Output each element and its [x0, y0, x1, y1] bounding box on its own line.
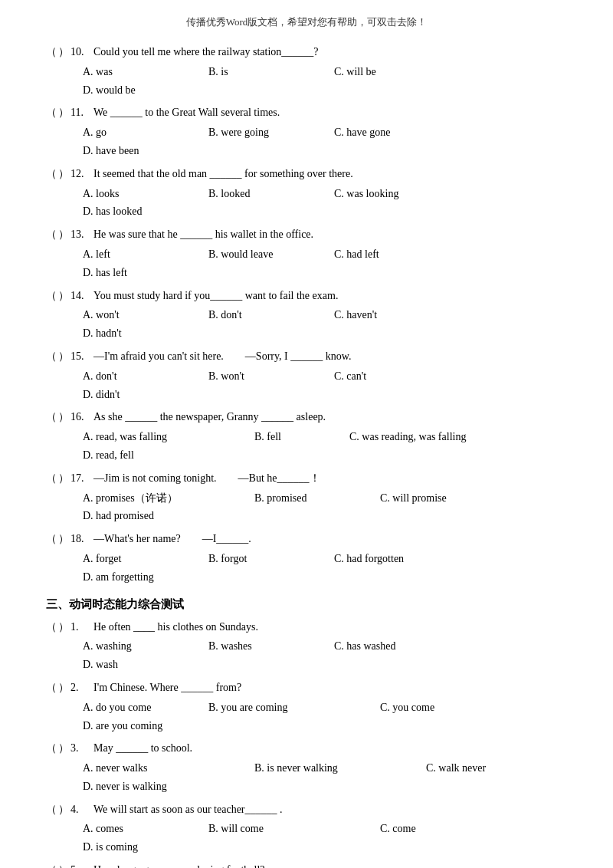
q12-options: A. looks B. looked C. was looking D. has… [83, 185, 567, 222]
q17-opt-a: A. promises（许诺） [83, 489, 251, 508]
header: 传播优秀Word版文档，希望对您有帮助，可双击去除！ [46, 15, 567, 29]
q11-opt-d: D. have been [83, 142, 205, 160]
s3q4-opt-a: A. comes [83, 820, 205, 838]
q14-opt-c: C. haven't [334, 306, 457, 324]
q13-opt-c: C. had left [334, 245, 457, 264]
s3q4-opt-c: C. come [380, 820, 503, 838]
s3q1-block: （ ） 1. He often ____ his clothes on Sund… [46, 618, 567, 674]
q10-paren: （ [46, 43, 58, 61]
s3q2-options: A. do you come B. you are coming C. you … [83, 699, 567, 735]
s3q4-block: （ ） 4. We will start as soon as our teac… [46, 801, 567, 856]
q14-paren2: ） [58, 287, 70, 305]
q18-opt-c: C. had forgotten [334, 550, 503, 568]
q10-num: 10. [70, 43, 93, 61]
q18-block: （ ） 18. —What's her name? —I______. A. f… [46, 530, 567, 586]
q12-opt-d: D. has looked [83, 202, 205, 221]
q11-paren2: ） [58, 104, 70, 122]
s3q2-num: 2. [70, 679, 93, 697]
q13-text: He was sure that he ______ his wallet in… [93, 225, 567, 244]
q15-options: A. don't B. won't C. can't D. didn't [83, 367, 567, 404]
s3q3-paren2: ） [58, 739, 70, 758]
q16-opt-b: B. fell [254, 428, 346, 446]
s3q4-opt-d: D. is coming [83, 838, 251, 856]
q12-paren2: ） [58, 165, 70, 183]
q17-opt-c: C. will promise [380, 489, 549, 508]
q16-opt-d: D. read, fell [83, 446, 205, 465]
s3q3-opt-d: D. never is walking [83, 778, 251, 796]
s3q1-paren: （ [46, 618, 58, 636]
s3q3-options: A. never walks B. is never walking C. wa… [83, 759, 567, 796]
s3q2-opt-c: C. you come [380, 699, 503, 717]
q15-paren: （ [46, 347, 58, 366]
q13-num: 13. [70, 225, 93, 244]
q12-block: （ ） 12. It seemed that the old man _____… [46, 165, 567, 221]
s3q2-paren2: ） [58, 679, 70, 697]
q14-text: You must study hard if you______ want to… [93, 287, 567, 305]
q18-opt-a: A. forget [83, 550, 205, 568]
q10-text: Could you tell me where the railway stat… [93, 43, 567, 61]
q16-opt-a: A. read, was falling [83, 428, 251, 446]
q15-opt-c: C. can't [334, 367, 457, 386]
section2-questions: （ ） 10. Could you tell me where the rail… [46, 43, 567, 587]
q16-opt-c: C. was reading, was falling [349, 428, 518, 446]
q14-opt-b: B. don't [208, 306, 331, 324]
s3q4-options: A. comes B. will come C. come D. is comi… [83, 820, 567, 856]
s3q3-num: 3. [70, 739, 93, 758]
q16-block: （ ） 16. As she ______ the newspaper, Gra… [46, 408, 567, 464]
q15-num: 15. [70, 347, 93, 366]
s3q1-text: He often ____ his clothes on Sundays. [93, 618, 567, 636]
q18-options: A. forget B. forgot C. had forgotten D. … [83, 550, 567, 587]
q14-options: A. won't B. don't C. haven't D. hadn't [83, 306, 567, 343]
q10-opt-d: D. would be [83, 81, 205, 100]
q18-num: 18. [70, 530, 93, 548]
q16-num: 16. [70, 408, 93, 426]
q14-opt-a: A. won't [83, 306, 205, 324]
s3q5-num: 5. [70, 861, 93, 868]
q11-opt-b: B. were going [208, 123, 331, 142]
q15-opt-a: A. don't [83, 367, 205, 386]
q12-paren: （ [46, 165, 58, 183]
q16-options: A. read, was falling B. fell C. was read… [83, 428, 567, 465]
q12-num: 12. [70, 165, 93, 183]
q18-paren2: ） [58, 530, 70, 548]
q16-paren2: ） [58, 408, 70, 426]
q17-text: —Jim is not coming tonight. —But he_____… [93, 469, 567, 488]
s3q1-options: A. washing B. washes C. has washed D. wa… [83, 637, 567, 674]
s3q3-opt-a: A. never walks [83, 759, 251, 778]
q15-paren2: ） [58, 347, 70, 366]
q16-text: As she ______ the newspaper, Granny ____… [93, 408, 567, 426]
q10-paren2: ） [58, 43, 70, 61]
q10-opt-a: A. was [83, 63, 205, 81]
s3q1-num: 1. [70, 618, 93, 636]
s3q3-text: May ______ to school. [93, 739, 567, 758]
s3q5-paren2: ） [58, 861, 70, 868]
s3q2-opt-b: B. you are coming [208, 699, 377, 717]
q18-paren: （ [46, 530, 58, 548]
q13-opt-d: D. has left [83, 264, 205, 282]
q10-block: （ ） 10. Could you tell me where the rail… [46, 43, 567, 99]
s3q4-text: We will start as soon as our teacher____… [93, 801, 567, 819]
q12-opt-c: C. was looking [334, 185, 457, 203]
s3q4-opt-b: B. will come [208, 820, 377, 838]
q13-paren: （ [46, 225, 58, 244]
q13-block: （ ） 13. He was sure that he ______ his w… [46, 225, 567, 281]
q17-options: A. promises（许诺） B. promised C. will prom… [83, 489, 567, 526]
s3q2-paren: （ [46, 679, 58, 697]
s3q4-paren: （ [46, 801, 58, 819]
q16-paren: （ [46, 408, 58, 426]
s3q3-opt-b: B. is never walking [254, 759, 423, 778]
q17-block: （ ） 17. —Jim is not coming tonight. —But… [46, 469, 567, 525]
q13-opt-b: B. would leave [208, 245, 331, 264]
q13-paren2: ） [58, 225, 70, 244]
s3q1-opt-b: B. washes [208, 637, 331, 656]
section3-title: 三、动词时态能力综合测试 [46, 597, 567, 612]
s3q1-opt-c: C. has washed [334, 637, 503, 656]
q14-paren: （ [46, 287, 58, 305]
s3q2-opt-a: A. do you come [83, 699, 205, 717]
q15-text: —I'm afraid you can't sit here. —Sorry, … [93, 347, 567, 366]
q18-opt-b: B. forgot [208, 550, 331, 568]
s3q3-block: （ ） 3. May ______ to school. A. never wa… [46, 739, 567, 795]
s3q4-paren2: ） [58, 801, 70, 819]
q11-text: We ______ to the Great Wall several time… [93, 104, 567, 122]
q11-opt-a: A. go [83, 123, 205, 142]
